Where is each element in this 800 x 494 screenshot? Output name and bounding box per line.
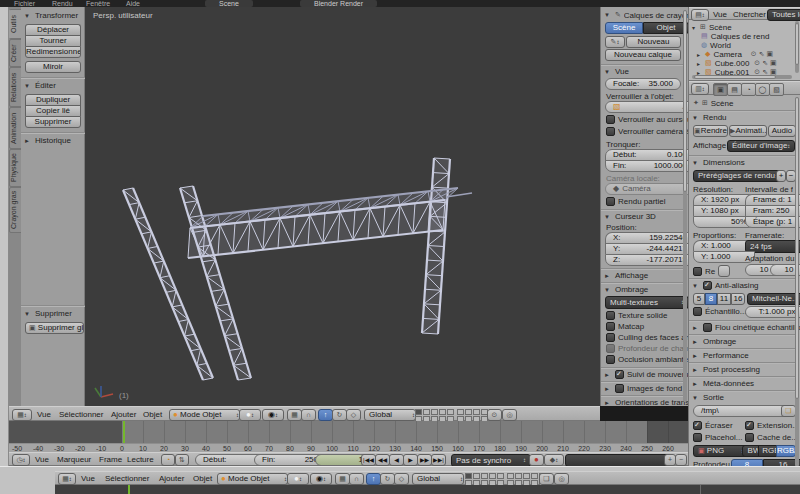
metadata-section[interactable]: Méta-données xyxy=(703,379,754,388)
rotate-button[interactable]: Tourner xyxy=(25,35,81,46)
layer-cell[interactable] xyxy=(431,409,438,415)
move-button[interactable]: Déplacer xyxy=(25,24,81,35)
browse-folder-button[interactable]: ❏ xyxy=(781,405,796,417)
gp-new-button[interactable]: Nouveau xyxy=(626,36,681,48)
menu-vue[interactable]: Vue xyxy=(37,410,51,419)
info-scene-field[interactable]: Scene xyxy=(205,0,253,7)
timeline-menu-lecture[interactable]: Lecture xyxy=(127,455,154,464)
texture-solid-checkbox[interactable] xyxy=(606,311,615,320)
preset-add-button[interactable]: + xyxy=(776,170,786,182)
outliner-menu-chercher[interactable]: Chercher xyxy=(733,10,766,19)
transformer-expand-icon[interactable]: ▼ xyxy=(24,13,30,19)
manipulator-scale[interactable]: ◇ xyxy=(346,409,361,421)
placeholder-checkbox[interactable] xyxy=(693,433,702,442)
format-select[interactable]: ▣ PNG↕ xyxy=(693,445,749,457)
proportional-edit-toggle[interactable]: ◎ xyxy=(502,409,517,421)
shading-section[interactable]: Ombrage xyxy=(703,337,736,346)
bg-pivot-select[interactable]: ◉↕ xyxy=(310,473,332,485)
bg-snap-grid[interactable]: ▦ xyxy=(335,473,350,485)
display-select[interactable]: Éditeur d'image↕ xyxy=(727,140,795,152)
layer-cell[interactable] xyxy=(515,473,522,479)
layer-cell[interactable] xyxy=(423,409,430,415)
render-presets-select[interactable]: Préréglages de rendu↕ xyxy=(693,170,783,182)
tab-scene[interactable]: ◔ xyxy=(741,83,756,96)
transformer-title[interactable]: Transformer xyxy=(35,11,78,20)
frame-end-field[interactable]: Fram: 250 xyxy=(745,205,800,216)
preview-range-toggle[interactable]: ◔ xyxy=(161,454,175,466)
cursor-x-field[interactable]: X:159.22546 xyxy=(605,232,688,243)
dimensions-expand-icon[interactable]: ▼ xyxy=(692,160,698,166)
crop-toggle[interactable] xyxy=(718,265,730,277)
layer-cell[interactable] xyxy=(481,473,488,479)
prev-key-button[interactable]: ◀◀ xyxy=(375,454,390,466)
local-camera-field[interactable]: ◆Caméra xyxy=(605,183,688,195)
motionblur-checkbox[interactable] xyxy=(703,323,712,332)
historique-title[interactable]: Historique xyxy=(35,136,71,145)
manipulator-rotate[interactable]: ↻ xyxy=(332,409,347,421)
layer-cell[interactable] xyxy=(489,473,496,479)
bg-manip-scale[interactable]: ◇ xyxy=(394,473,409,485)
aa-samples-8[interactable]: 8 xyxy=(705,293,717,305)
gp-draw-mode-button[interactable]: ✎↕ xyxy=(605,36,625,48)
bg-snap-magnet[interactable]: ∩ xyxy=(349,473,364,485)
frame-lock-toggle[interactable]: ⇅ xyxy=(175,454,189,466)
transform-orient-expand-icon[interactable]: ► xyxy=(604,400,610,406)
viewport-3d[interactable]: Persp. utilisateur (1) xyxy=(85,7,600,406)
overwrite-checkbox[interactable] xyxy=(693,421,702,430)
manipulator-translate[interactable]: ↑ xyxy=(318,409,333,421)
output-path-field[interactable]: /tmp\ xyxy=(693,405,793,417)
render-audio-button[interactable]: Audio xyxy=(768,125,796,137)
full-sample-checkbox[interactable] xyxy=(693,307,702,316)
delete-button[interactable]: Supprimer xyxy=(25,116,81,128)
mirror-button[interactable]: Miroir xyxy=(25,61,81,73)
delete-keyframe-button[interactable]: − xyxy=(675,454,687,466)
timeline-menu-marqueur[interactable]: Marqueur xyxy=(57,455,91,464)
bg-extra-button-2[interactable]: ◎ xyxy=(554,473,569,485)
lock-object-field[interactable]: ▧⟋ xyxy=(605,101,688,113)
outliner-editor-type-button[interactable]: ▤↕ xyxy=(691,9,709,21)
layer-cell[interactable] xyxy=(465,473,472,479)
layer-cell[interactable] xyxy=(447,409,454,415)
outliner-filter-select[interactable]: Toutes les s... xyxy=(767,9,800,21)
render-button[interactable]: ▣Rendre xyxy=(693,125,728,137)
delete-global-button[interactable]: ▣ Supprimer globalem xyxy=(25,322,84,334)
cursor-y-field[interactable]: Y:-244.44217 xyxy=(605,243,688,254)
editer-expand-icon[interactable]: ▼ xyxy=(24,83,30,89)
shading-mode-select[interactable]: Multi-textures↕ xyxy=(605,296,688,309)
bg-editor-type-button[interactable]: ▦↕ xyxy=(58,473,76,485)
menu-objet[interactable]: Objet xyxy=(143,410,162,419)
ombrage-title[interactable]: Ombrage xyxy=(615,285,648,294)
tab-render-layers[interactable]: ▤ xyxy=(727,83,742,96)
aa-samples-5[interactable]: 5 xyxy=(693,293,705,305)
cursor3d-title[interactable]: Curseur 3D xyxy=(615,212,656,221)
layer-cell[interactable] xyxy=(531,473,538,479)
keying-set-field[interactable] xyxy=(565,454,671,466)
layer-cell[interactable] xyxy=(507,473,514,479)
pin-icon[interactable]: ✦ xyxy=(693,98,699,108)
motion-tracking-checkbox[interactable] xyxy=(615,370,624,379)
bg-menu-selectionner[interactable]: Sélectionner xyxy=(105,474,149,483)
border-checkbox[interactable] xyxy=(693,267,702,276)
render-anim-button[interactable]: ▶Animati... xyxy=(729,125,767,137)
play-button[interactable]: ▶ xyxy=(403,454,418,466)
bg-orientation-select[interactable]: Global↕ xyxy=(412,473,464,485)
info-engine-field[interactable]: Blender Render xyxy=(300,0,377,7)
backface-culling-checkbox[interactable] xyxy=(606,333,615,342)
aa-expand-icon[interactable]: ▼ xyxy=(692,283,698,289)
channels-rgba[interactable]: RGBA xyxy=(776,445,796,457)
outliner-menu-vue[interactable]: Vue xyxy=(713,10,727,19)
timeline-menu-vue[interactable]: Vue xyxy=(35,455,49,464)
scale-button[interactable]: Redimensionner xyxy=(25,46,81,58)
tab-object[interactable]: ▧ xyxy=(769,83,784,96)
timeline-editor-type-button[interactable]: ◷↕ xyxy=(12,454,30,466)
extension-checkbox[interactable] xyxy=(745,421,754,430)
frame-step-field[interactable]: Étape (p: 1 xyxy=(745,216,800,228)
sync-select[interactable]: Pas de synchro↕ xyxy=(451,454,531,466)
keying-icon-button[interactable]: ◆↕ xyxy=(544,454,564,466)
bg-manip-translate[interactable]: ↑ xyxy=(366,473,381,485)
aa-checkbox[interactable] xyxy=(703,281,712,290)
vue-expand-icon[interactable]: ▼ xyxy=(604,69,610,75)
aa-filter-select[interactable]: Mitchell-Ne..↕ xyxy=(747,293,800,305)
bg-shading-select[interactable]: ●↕ xyxy=(287,473,309,485)
next-key-button[interactable]: ▶▶ xyxy=(417,454,432,466)
